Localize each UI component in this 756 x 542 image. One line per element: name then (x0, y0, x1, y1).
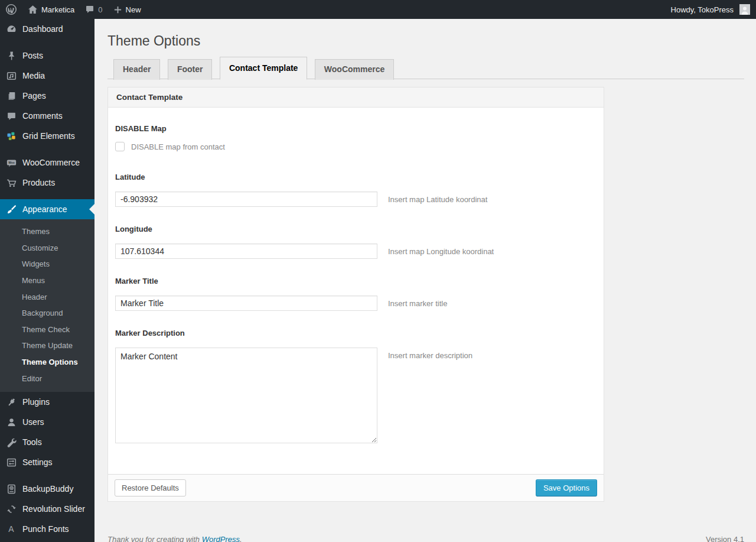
sidebar-item-label: Tools (22, 437, 42, 447)
appearance-submenu: Themes Customize Widgets Menus Header Ba… (0, 219, 94, 392)
home-icon (28, 5, 38, 15)
submenu-item-theme-options[interactable]: Theme Options (0, 354, 94, 371)
site-name: Marketica (41, 5, 74, 14)
submenu-item-theme-check[interactable]: Theme Check (0, 322, 94, 338)
tab-footer[interactable]: Footer (168, 59, 213, 80)
woocommerce-icon: Woo (5, 157, 17, 168)
sidebar-item-dashboard[interactable]: Dashboard (0, 19, 94, 39)
page-title: Theme Options (107, 19, 744, 50)
sidebar-item-pages[interactable]: Pages (0, 86, 94, 106)
comment-bubble-icon (85, 5, 94, 14)
marker-title-input[interactable] (115, 296, 377, 311)
sidebar-item-grid-elements[interactable]: Grid Elements (0, 126, 94, 146)
wordpress-logo-icon (5, 4, 17, 15)
submenu-item-editor[interactable]: Editor (0, 371, 94, 387)
marker-description-group: Marker Description Marker Content Insert… (115, 329, 595, 443)
sidebar-item-users[interactable]: Users (0, 412, 94, 432)
sidebar-item-label: Punch Fonts (22, 524, 69, 534)
sidebar-item-revolution-slider[interactable]: Revolution Slider (0, 499, 94, 519)
marker-description-textarea[interactable]: Marker Content (115, 348, 377, 443)
tab-woocommerce[interactable]: WooCommerce (315, 59, 394, 80)
sidebar-item-products[interactable]: Products (0, 173, 94, 193)
sidebar-item-appearance[interactable]: Appearance (0, 199, 94, 219)
main-content: Theme Options Header Footer Contact Temp… (94, 19, 756, 542)
sidebar-item-label: Revolution Slider (22, 504, 85, 514)
howdy-text: Howdy, TokoPress (671, 5, 734, 14)
marker-description-label: Marker Description (115, 329, 595, 338)
new-label: New (126, 5, 141, 14)
save-options-button[interactable]: Save Options (536, 479, 597, 496)
admin-bar: Marketica 0 New Howdy, TokoPress (0, 0, 756, 19)
tab-header[interactable]: Header (113, 59, 160, 80)
sidebar-item-plugins[interactable]: Plugins (0, 392, 94, 412)
latitude-label: Latitude (115, 173, 595, 182)
paintbrush-icon (5, 203, 17, 215)
sidebar-item-tools[interactable]: Tools (0, 432, 94, 452)
panel-header: Contact Template (108, 87, 604, 108)
site-menu[interactable]: Marketica (22, 0, 80, 19)
sidebar-item-label: Pages (22, 91, 46, 100)
sidebar-item-woocommerce[interactable]: Woo WooCommerce (0, 152, 94, 173)
submenu-item-background[interactable]: Background (0, 305, 94, 322)
sidebar-item-posts[interactable]: Posts (0, 46, 94, 66)
sidebar-item-comments[interactable]: Comments (0, 106, 94, 126)
marker-title-hint: Insert marker title (388, 296, 447, 308)
longitude-hint: Insert map Longitude koordinat (388, 244, 494, 256)
footer-thanks-text: Thank you for creating with WordPress. (107, 535, 242, 542)
submenu-item-widgets[interactable]: Widgets (0, 256, 94, 272)
submenu-item-menus[interactable]: Menus (0, 272, 94, 289)
disable-map-checkbox[interactable] (115, 142, 125, 151)
submenu-item-header[interactable]: Header (0, 289, 94, 306)
new-content-menu[interactable]: New (108, 0, 146, 19)
media-icon (5, 70, 17, 82)
sidebar-item-label: Grid Elements (22, 131, 75, 141)
pages-icon (5, 90, 17, 102)
my-account-menu[interactable]: Howdy, TokoPress (666, 0, 735, 19)
disable-map-checkbox-label[interactable]: DISABLE map from contact (131, 142, 225, 151)
pushpin-icon (5, 50, 17, 61)
comments-icon (5, 110, 17, 122)
submenu-item-themes[interactable]: Themes (0, 223, 94, 240)
rotate-arrows-icon (5, 503, 17, 515)
backup-drive-icon (5, 483, 17, 495)
letter-a-icon: A (5, 523, 17, 535)
sidebar-item-settings[interactable]: Settings (0, 452, 94, 472)
latitude-hint: Insert map Latitude koordinat (388, 192, 487, 204)
longitude-group: Longitude Insert map Longitude koordinat (115, 225, 595, 259)
submenu-item-theme-update[interactable]: Theme Update (0, 337, 94, 354)
sidebar-item-punch-fonts[interactable]: A Punch Fonts (0, 519, 94, 539)
tab-contact-template[interactable]: Contact Template (220, 57, 307, 80)
plugin-icon (5, 396, 17, 408)
disable-map-label: DISABLE Map (115, 124, 595, 134)
longitude-label: Longitude (115, 225, 595, 234)
longitude-input[interactable] (115, 244, 377, 259)
comments-menu[interactable]: 0 (80, 0, 107, 19)
grid-elements-icon (5, 130, 17, 142)
sidebar-item-label: Plugins (22, 397, 50, 407)
panel-footer: Restore Defaults Save Options (108, 474, 604, 501)
wordpress-link[interactable]: WordPress (202, 535, 240, 542)
avatar[interactable] (739, 4, 750, 15)
wordpress-logo-menu[interactable] (0, 0, 22, 19)
submenu-item-customize[interactable]: Customize (0, 240, 94, 257)
latitude-input[interactable] (115, 192, 377, 207)
sidebar-item-label: WooCommerce (22, 158, 80, 167)
menu-separator (0, 39, 94, 46)
menu-separator (0, 193, 94, 199)
disable-map-group: DISABLE Map DISABLE map from contact (115, 124, 595, 152)
sidebar-item-label: Comments (22, 111, 63, 121)
sidebar-item-label: Products (22, 178, 55, 187)
marker-description-hint: Insert marker description (388, 348, 472, 360)
settings-icon (5, 456, 17, 468)
sidebar-item-media[interactable]: Media (0, 66, 94, 86)
restore-defaults-button[interactable]: Restore Defaults (115, 479, 186, 496)
page-footer: Thank you for creating with WordPress. V… (107, 535, 744, 542)
sidebar-item-backupbuddy[interactable]: BackupBuddy (0, 479, 94, 499)
menu-separator (0, 146, 94, 152)
marker-title-label: Marker Title (115, 277, 595, 286)
version-text: Version 4.1 (706, 535, 744, 542)
sidebar-item-label: Appearance (22, 205, 67, 214)
comment-count: 0 (98, 5, 102, 14)
svg-text:Woo: Woo (8, 161, 14, 164)
latitude-group: Latitude Insert map Latitude koordinat (115, 173, 595, 207)
